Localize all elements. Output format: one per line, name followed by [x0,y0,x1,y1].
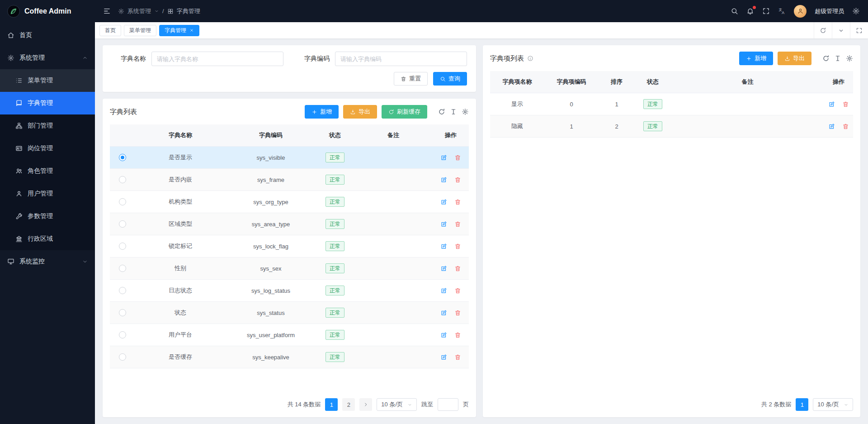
delete-icon[interactable] [454,332,461,338]
delete-icon[interactable] [454,243,461,250]
avatar[interactable] [794,5,807,18]
row-radio[interactable] [119,331,126,338]
edit-icon[interactable] [440,265,447,272]
sidebar-item-menu-mgmt[interactable]: 菜单管理 [0,69,95,92]
tab-menu-mgmt[interactable]: 菜单管理 [124,25,156,36]
table-row[interactable]: 用户平台sys_user_platform正常 [110,324,469,346]
dict-name-input[interactable] [151,52,283,66]
refresh-table-icon[interactable] [438,108,445,115]
table-row[interactable]: 是否缓存sys_keepalive正常 [110,346,469,368]
export-button[interactable]: 导出 [343,105,377,119]
cell-dict-name: 用户平台 [135,331,226,339]
table-row[interactable]: 机构类型sys_org_type正常 [110,191,469,213]
add-button[interactable]: 新增 [305,105,339,119]
settings-icon[interactable] [852,7,860,15]
table-row[interactable]: 是否内嵌sys_frame正常 [110,169,469,191]
density-icon[interactable] [834,55,841,62]
density-icon[interactable] [450,108,457,115]
breadcrumb: 系统管理 / 字典管理 [118,7,200,15]
table-row[interactable]: 是否显示sys_visible正常 [110,147,469,169]
translate-icon[interactable]: 文A [778,7,786,15]
jump-page-input[interactable] [438,398,458,411]
row-radio[interactable] [119,220,126,228]
edit-icon[interactable] [440,332,447,338]
next-page-button[interactable] [359,398,372,411]
query-button[interactable]: 查询 [433,72,467,86]
table-row[interactable]: 日志状态sys_log_status正常 [110,280,469,302]
status-badge: 正常 [326,308,344,318]
edit-icon[interactable] [828,123,835,130]
table-row[interactable]: 显示01正常 [490,93,853,115]
fullscreen-icon[interactable] [762,7,770,15]
row-radio[interactable] [119,198,126,205]
breadcrumb-item[interactable]: 系统管理 [127,7,151,15]
hamburger-icon[interactable] [103,7,111,15]
page-button[interactable]: 1 [325,398,338,411]
table-row[interactable]: 区域类型sys_area_type正常 [110,213,469,235]
row-radio[interactable] [119,154,126,161]
dict-code-input[interactable] [335,52,467,66]
table-row[interactable]: 状态sys_status正常 [110,302,469,324]
search-icon[interactable] [731,7,738,15]
page-button[interactable]: 1 [796,398,808,411]
row-radio[interactable] [119,265,126,272]
column-settings-icon[interactable] [462,108,469,115]
notifications-button[interactable] [746,7,754,15]
table-row[interactable]: 性别sys_sex正常 [110,257,469,280]
edit-icon[interactable] [440,221,447,228]
sidebar-item-dept-mgmt[interactable]: 部门管理 [0,114,95,137]
edit-icon[interactable] [440,199,447,205]
edit-icon[interactable] [440,176,447,183]
page-size-select[interactable]: 10 条/页 [377,398,417,411]
tab-label: 首页 [105,27,116,34]
table-row[interactable]: 锁定标记sys_lock_flag正常 [110,235,469,257]
delete-icon[interactable] [454,287,461,294]
sidebar-item-admin-region[interactable]: 行政区域 [0,228,95,250]
delete-icon[interactable] [842,101,849,108]
sidebar-item-system-monitor[interactable]: 系统监控 [0,250,95,273]
sidebar-item-role-mgmt[interactable]: 角色管理 [0,160,95,182]
row-radio[interactable] [119,243,126,250]
sidebar-item-post-mgmt[interactable]: 岗位管理 [0,137,95,160]
delete-icon[interactable] [454,176,461,183]
fit-screen-icon[interactable] [850,22,868,38]
edit-icon[interactable] [440,310,447,316]
refresh-page-icon[interactable] [814,22,832,38]
column-settings-icon[interactable] [846,55,853,62]
tab-options-chevron-icon[interactable] [832,22,850,38]
dict-items-title: 字典项列表 [490,54,524,63]
refresh-table-icon[interactable] [822,55,830,62]
edit-icon[interactable] [440,243,447,250]
delete-icon[interactable] [454,265,461,272]
sidebar-item-system-mgmt[interactable]: 系统管理 [0,47,95,69]
delete-icon[interactable] [454,221,461,228]
tab-home[interactable]: 首页 [99,25,121,36]
row-radio[interactable] [119,287,126,294]
edit-icon[interactable] [828,101,835,108]
delete-icon[interactable] [454,310,461,316]
delete-icon[interactable] [454,354,461,361]
table-row[interactable]: 隐藏12正常 [490,115,853,138]
sidebar-item-home[interactable]: 首页 [0,24,95,47]
close-icon[interactable] [189,28,194,33]
tab-dict-mgmt[interactable]: 字典管理 [159,25,199,36]
delete-icon[interactable] [454,154,461,161]
export-items-button[interactable]: 导出 [778,52,811,65]
reset-button[interactable]: 重置 [394,72,428,86]
page-size-select[interactable]: 10 条/页 [813,398,853,411]
edit-icon[interactable] [440,154,447,161]
add-item-button[interactable]: 新增 [739,52,773,65]
edit-icon[interactable] [440,354,447,361]
sidebar-item-param-mgmt[interactable]: 参数管理 [0,205,95,228]
row-radio[interactable] [119,176,126,183]
delete-icon[interactable] [842,123,849,130]
row-actions [824,101,853,108]
delete-icon[interactable] [454,199,461,205]
edit-icon[interactable] [440,287,447,294]
page-button[interactable]: 2 [342,398,355,411]
row-radio[interactable] [119,309,126,316]
sidebar-item-dict-mgmt[interactable]: 字典管理 [0,92,95,114]
refresh-cache-button[interactable]: 刷新缓存 [382,105,427,119]
row-radio[interactable] [119,353,126,361]
sidebar-item-user-mgmt[interactable]: 用户管理 [0,182,95,205]
